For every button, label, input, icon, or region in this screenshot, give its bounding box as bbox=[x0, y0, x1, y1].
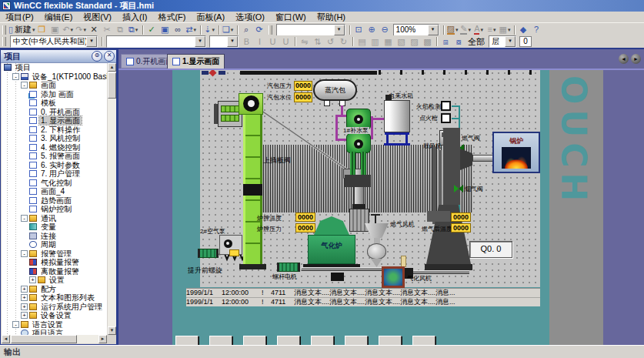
transfer-button[interactable]: ▣ bbox=[158, 24, 172, 35]
drum-level-value[interactable]: 0000 bbox=[294, 92, 312, 102]
paste-button[interactable]: ⧉▾ bbox=[127, 24, 140, 35]
font-combo[interactable]: ▾ bbox=[106, 35, 206, 48]
language-combo[interactable]: 中文(中华人民共和国)▾ bbox=[10, 35, 98, 48]
tree-item[interactable]: 0. 开机画面 bbox=[2, 108, 107, 117]
zoom-level-combo[interactable]: 100%▾ bbox=[393, 24, 439, 36]
tree-item[interactable]: 模拟量报警 bbox=[2, 258, 107, 267]
expand-toggle-icon[interactable]: - bbox=[12, 321, 19, 328]
tree-item[interactable]: 锅炉控制 bbox=[2, 205, 107, 214]
expand-toggle-icon[interactable]: - bbox=[12, 73, 19, 80]
table-button[interactable]: ▦▾ bbox=[499, 24, 512, 35]
zoom-region-button[interactable]: ⊡ bbox=[352, 24, 365, 35]
menu-item[interactable]: 插入(I) bbox=[117, 12, 152, 22]
ungroup-button[interactable]: ⧇ bbox=[452, 36, 465, 48]
drum-pressure-value[interactable]: 0000 bbox=[294, 81, 312, 91]
align-bottom-button[interactable]: ▩ bbox=[421, 36, 434, 48]
tree-item[interactable]: -语言设置 bbox=[2, 320, 107, 330]
screen-button[interactable] bbox=[379, 336, 402, 345]
tab-display-screen[interactable]: 1.显示画面 bbox=[167, 54, 225, 69]
line-style-button[interactable]: ≡▾ bbox=[486, 24, 499, 35]
expand-toggle-icon[interactable]: - bbox=[21, 250, 28, 257]
download-button[interactable]: ⇣▾ bbox=[203, 24, 216, 35]
tree-item[interactable]: 项目语言 bbox=[2, 329, 107, 335]
gasifier[interactable]: 气化炉 bbox=[308, 235, 355, 264]
sync-button[interactable]: ⟳ bbox=[253, 24, 266, 35]
gas-out-temp-value[interactable]: 0000 bbox=[451, 223, 471, 233]
screen-button[interactable] bbox=[345, 336, 368, 345]
tree-item[interactable]: 添加 画面 bbox=[2, 90, 107, 99]
titlebar[interactable]: WinCC flexible Standard - 项目.hmi bbox=[0, 0, 644, 12]
tree-item[interactable]: 周期 bbox=[2, 240, 107, 249]
open-button[interactable]: ❐ bbox=[35, 24, 48, 35]
tree-item[interactable]: -通讯 bbox=[2, 214, 107, 223]
font-size-combo[interactable]: ▾ bbox=[209, 35, 239, 48]
tree-item[interactable]: +运行系统用户管理 bbox=[2, 303, 107, 312]
italic-button[interactable]: I bbox=[253, 36, 266, 48]
simulate-transfer-button[interactable]: ⇄▾ bbox=[185, 24, 198, 35]
close-icon[interactable]: ✕ bbox=[104, 51, 115, 62]
tab-next-icon[interactable]: ► bbox=[631, 54, 641, 64]
furnace-press-value[interactable]: 0000 bbox=[295, 223, 315, 233]
align-center-button[interactable]: ▥ bbox=[369, 36, 382, 48]
feed-pump-2[interactable] bbox=[346, 133, 371, 153]
screen-button[interactable] bbox=[209, 336, 232, 345]
delete-button[interactable]: ✕ bbox=[88, 24, 101, 35]
font-color-button[interactable]: A▾ bbox=[472, 24, 486, 35]
steam-drum[interactable]: 蒸汽包 bbox=[313, 79, 357, 101]
simulate-button[interactable]: ∞ bbox=[172, 24, 185, 35]
tree-item[interactable]: 6. 实时参数 bbox=[2, 161, 107, 170]
generate-button[interactable]: ✓ bbox=[145, 24, 158, 35]
feed-hopper[interactable] bbox=[349, 209, 369, 232]
tree-item[interactable]: 5. 报警画面 bbox=[2, 152, 107, 161]
expand-toggle-icon[interactable]: - bbox=[21, 215, 28, 222]
menu-item[interactable]: 窗口(W) bbox=[270, 12, 312, 22]
tree-item[interactable]: 变量 bbox=[2, 222, 107, 232]
tree-item[interactable]: 1. 显示画面 bbox=[2, 116, 107, 125]
menu-item[interactable]: 项目(P) bbox=[0, 12, 39, 22]
alarm-view[interactable]: 1999/1/112:00:00!4711消息文本....消息文本....消息文… bbox=[186, 288, 540, 306]
tree-item[interactable]: 项目 bbox=[2, 63, 107, 72]
gas-temp-value[interactable]: 0000 bbox=[451, 212, 471, 222]
tree-item[interactable]: 连接 bbox=[2, 232, 107, 241]
menu-item[interactable]: 选项(O) bbox=[230, 12, 270, 22]
underline-button[interactable]: U bbox=[266, 36, 279, 48]
gear-box[interactable] bbox=[219, 235, 242, 255]
tab-prev-icon[interactable]: ◄ bbox=[619, 54, 629, 64]
menu-item[interactable]: 格式(F) bbox=[152, 12, 191, 22]
screen-button[interactable] bbox=[412, 336, 435, 345]
tree-item[interactable]: 模板 bbox=[2, 99, 107, 108]
tree-item[interactable]: 画面_4 bbox=[2, 187, 107, 196]
tree-item[interactable]: 离散量报警 bbox=[2, 267, 107, 276]
tree-item[interactable]: +设备设置 bbox=[2, 311, 107, 320]
furnace-temp-value[interactable]: 0000 bbox=[295, 212, 315, 222]
underline2-button[interactable]: U bbox=[279, 36, 292, 48]
flip-horizontal-button[interactable]: ⇋ bbox=[298, 36, 311, 48]
copy-button[interactable]: ⧉ bbox=[114, 24, 127, 35]
tree-vertical-scrollbar[interactable]: ▲ ▼ bbox=[108, 63, 116, 335]
water-tank[interactable] bbox=[384, 100, 410, 132]
align-right-button[interactable]: ▦ bbox=[382, 36, 395, 48]
tree-item[interactable]: -报警管理 bbox=[2, 249, 107, 259]
layer-value-box[interactable]: 0 bbox=[519, 36, 532, 47]
menu-item[interactable]: 视图(V) bbox=[78, 12, 117, 22]
tree-horizontal-scrollbar[interactable]: ◄ ► bbox=[2, 335, 107, 343]
screen-button[interactable] bbox=[175, 336, 199, 345]
screw-motor[interactable] bbox=[277, 263, 300, 272]
new-button[interactable]: ▯新建▾ bbox=[8, 24, 35, 35]
expand-toggle-icon[interactable]: + bbox=[21, 303, 28, 310]
screen-button[interactable] bbox=[243, 336, 266, 345]
zoom-out-button[interactable]: ⊖ bbox=[379, 24, 392, 35]
output-panel[interactable]: 输出 bbox=[0, 345, 644, 358]
cut-button[interactable]: ✂ bbox=[101, 24, 114, 35]
align-middle-button[interactable]: ▨ bbox=[408, 36, 421, 48]
group-button[interactable]: ⧈ bbox=[439, 36, 452, 48]
tree-item[interactable]: -画面 bbox=[2, 81, 107, 90]
expand-toggle-icon[interactable]: - bbox=[21, 82, 28, 89]
bold-button[interactable]: B bbox=[240, 36, 253, 48]
book-button[interactable]: ◆ bbox=[517, 24, 530, 35]
help-button[interactable]: ? bbox=[530, 24, 543, 35]
flip-vertical-button[interactable]: ⇅ bbox=[311, 36, 324, 48]
tree-item[interactable]: 2. 下料操作 bbox=[2, 125, 107, 135]
chimney-stack[interactable] bbox=[443, 128, 460, 205]
tree-item[interactable]: 3. 风机控制 bbox=[2, 134, 107, 143]
